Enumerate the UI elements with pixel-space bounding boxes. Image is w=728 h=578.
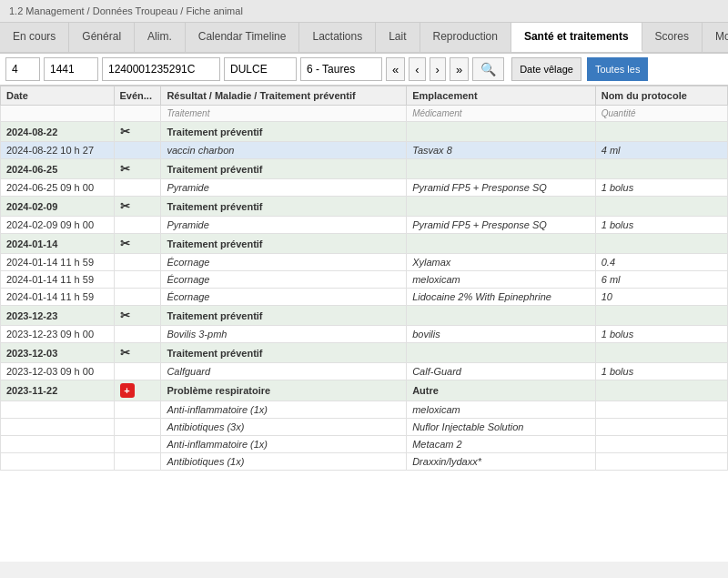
scissors-icon: ✂: [120, 309, 130, 322]
row-protocole: [595, 234, 727, 254]
row-icon: ✂: [114, 122, 161, 142]
tab-en-cours[interactable]: En cours: [0, 23, 69, 52]
row-emplacement: [407, 197, 596, 217]
row-emplacement: Tasvax 8: [407, 142, 596, 159]
toolbar: « ‹ › » 🔍 Date vêlage Toutes les: [0, 54, 728, 86]
scissors-icon: ✂: [120, 125, 130, 138]
subheader-traitement: Traitement: [161, 106, 407, 122]
field5-input[interactable]: [300, 57, 382, 81]
table-row: 2024-01-14✂Traitement préventif: [1, 234, 728, 254]
row-date: 2024-02-09: [1, 197, 115, 217]
table-row: Anti-inflammatoire (1x)Metacam 2: [1, 436, 728, 453]
row-emplacement: Autre: [407, 380, 596, 401]
tabs-bar: En coursGénéralAlim.Calendar TimelineLac…: [0, 23, 728, 54]
table-header-row: Date Evén... Résultat / Maladie / Traite…: [1, 86, 728, 106]
subheader-quantite: Quantité: [595, 106, 727, 122]
subheader-medicament: Médicament: [407, 106, 596, 122]
field2-input[interactable]: [44, 57, 98, 81]
row-date: 2024-01-14: [1, 234, 115, 254]
col-header-protocole: Nom du protocole: [595, 86, 727, 106]
nav-last-button[interactable]: »: [450, 57, 469, 81]
treatments-table: Date Evén... Résultat / Maladie / Traite…: [0, 86, 728, 471]
row-icon: [114, 419, 161, 436]
tab-général[interactable]: Général: [69, 23, 135, 52]
tab-alim.[interactable]: Alim.: [135, 23, 186, 52]
row-icon: [114, 363, 161, 380]
row-label: Bovilis 3-pmh: [161, 326, 407, 343]
tab-mouvements[interactable]: Mouvements: [703, 23, 728, 52]
table-row: 2024-08-22 10 h 27vaccin charbonTasvax 8…: [1, 142, 728, 159]
row-icon: [114, 436, 161, 453]
search-button[interactable]: 🔍: [472, 57, 504, 81]
row-protocole: 1 bolus: [595, 179, 727, 197]
table-body: 2024-08-22✂Traitement préventif2024-08-2…: [1, 122, 728, 471]
row-date: 2024-06-25: [1, 159, 115, 179]
row-date: 2024-06-25 09 h 00: [1, 179, 115, 197]
row-date: [1, 401, 115, 419]
table-row: 2024-08-22✂Traitement préventif: [1, 122, 728, 142]
row-emplacement: Metacam 2: [407, 436, 596, 453]
row-icon: [114, 401, 161, 419]
row-emplacement: [407, 122, 596, 142]
col-header-date: Date: [1, 86, 115, 106]
row-protocole: 1 bolus: [595, 217, 727, 234]
row-protocole: [595, 401, 727, 419]
breadcrumb: 1.2 Management / Données Troupeau / Fich…: [0, 0, 728, 23]
table-row: 2023-12-23✂Traitement préventif: [1, 306, 728, 326]
row-protocole: 0.4: [595, 254, 727, 271]
nav-first-button[interactable]: «: [386, 57, 405, 81]
table-row: Antibiotiques (3x)Nuflor Injectable Solu…: [1, 419, 728, 436]
row-icon: [114, 326, 161, 343]
row-protocole: 6 ml: [595, 271, 727, 289]
row-emplacement: Pyramid FP5 + Presponse SQ: [407, 217, 596, 234]
field3-input[interactable]: [102, 57, 220, 81]
row-label: Traitement préventif: [161, 234, 407, 254]
row-label: Problème respiratoire: [161, 380, 407, 401]
row-emplacement: Lidocaine 2% With Epinephrine: [407, 289, 596, 306]
table-row: 2024-02-09✂Traitement préventif: [1, 197, 728, 217]
tab-reproduction[interactable]: Reproduction: [420, 23, 511, 52]
scissors-icon: ✂: [120, 199, 130, 213]
field1-input[interactable]: [5, 57, 40, 81]
date-velage-button[interactable]: Date vêlage: [511, 57, 581, 81]
table-container: Date Evén... Résultat / Maladie / Traite…: [0, 86, 728, 562]
row-label: Traitement préventif: [161, 159, 407, 179]
row-emplacement: Draxxin/lydaxx*: [407, 453, 596, 471]
row-date: 2024-08-22 10 h 27: [1, 142, 115, 159]
row-label: Calfguard: [161, 363, 407, 380]
table-row: 2024-06-25 09 h 00PyramidePyramid FP5 + …: [1, 179, 728, 197]
row-label: Antibiotiques (1x): [161, 453, 407, 471]
table-row: 2024-02-09 09 h 00PyramidePyramid FP5 + …: [1, 217, 728, 234]
row-emplacement: [407, 159, 596, 179]
row-label: Antibiotiques (3x): [161, 419, 407, 436]
nav-prev-button[interactable]: ‹: [409, 57, 425, 81]
tab-lactations[interactable]: Lactations: [299, 23, 376, 52]
tab-lait[interactable]: Lait: [376, 23, 420, 52]
row-icon: ✂: [114, 343, 161, 363]
tab-calendar-timeline[interactable]: Calendar Timeline: [186, 23, 300, 52]
row-icon: [114, 453, 161, 471]
row-icon: [114, 271, 161, 289]
row-label: Anti-inflammatoire (1x): [161, 401, 407, 419]
scissors-icon: ✂: [120, 237, 130, 250]
row-emplacement: [407, 234, 596, 254]
toutes-button[interactable]: Toutes les: [587, 57, 649, 81]
row-label: Traitement préventif: [161, 197, 407, 217]
subheader-event: [114, 106, 161, 122]
subheader-date: [1, 106, 115, 122]
row-date: 2024-02-09 09 h 00: [1, 217, 115, 234]
tab-scores[interactable]: Scores: [642, 23, 703, 52]
row-date: 2023-12-23: [1, 306, 115, 326]
tab-santé-et-traitements[interactable]: Santé et traitements: [511, 23, 642, 52]
table-row: 2024-01-14 11 h 59ÉcornageLidocaine 2% W…: [1, 289, 728, 306]
row-protocole: [595, 380, 727, 401]
table-row: 2024-06-25✂Traitement préventif: [1, 159, 728, 179]
row-emplacement: bovilis: [407, 326, 596, 343]
field4-input[interactable]: [224, 57, 297, 81]
table-row: 2023-12-23 09 h 00Bovilis 3-pmhbovilis1 …: [1, 326, 728, 343]
row-icon: ✂: [114, 159, 161, 179]
row-icon: [114, 254, 161, 271]
table-row: Antibiotiques (1x)Draxxin/lydaxx*: [1, 453, 728, 471]
nav-next-button[interactable]: ›: [430, 57, 446, 81]
row-protocole: 4 ml: [595, 142, 727, 159]
